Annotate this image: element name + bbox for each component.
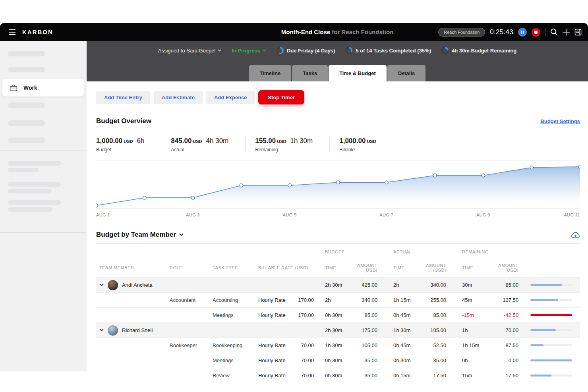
row-expand-chevron-down-icon[interactable] [99,284,104,286]
group-header-actual: ACTUAL [393,249,446,258]
status-label: In Progress [232,48,260,54]
briefcase-icon [10,84,17,91]
x-axis-tick-label: AUG 7 [379,212,393,217]
rate-value: 70.00 [301,373,314,378]
budget-progress-bar [518,375,580,377]
billable-rate-cell: Hourly Rate 170.00 [258,312,314,318]
col-billable-rate: BILLABLE RATE (USD) [258,265,314,270]
budget-time-cell: 0h 30m [314,373,355,378]
remaining-amount-cell: 87.50 [490,342,518,348]
task-type-cell: Review [213,373,258,378]
budget-amount-cell: 105.00 [355,342,377,348]
actual-time-cell: 0h 30m [377,357,421,363]
actual-amount-cell: 85.00 [421,312,446,318]
budget-overview-header: Budget Overview Budget Settings [96,117,580,130]
notes-icon[interactable] [574,29,582,36]
remaining-amount-cell: 70.00 [490,327,518,333]
progress-ring-icon [345,47,352,54]
remaining-amount-cell: -42.50 [490,312,518,318]
rate-type-label: Hourly Rate [258,312,286,318]
pause-icon [521,31,524,34]
stat-label: Budget [96,147,144,153]
stop-timer-button[interactable] [532,28,540,37]
action-button-add-expense[interactable]: Add Expense [206,91,255,104]
sidebar-divider [0,151,87,151]
stat-time: 4h 30m [206,137,229,145]
rate-value: 170.00 [298,312,314,318]
sidebar-item-work[interactable]: Work [2,79,84,97]
group-header-remaining: REMAINING [462,249,518,258]
time-actions-row: Add Time EntryAdd EstimateAdd Expense St… [96,90,580,104]
pause-timer-button[interactable] [518,28,527,37]
stat-amount: 155.00 [255,137,276,145]
budget-time-cell: 2h [314,297,355,303]
rate-value: 70.00 [301,357,314,363]
table-row[interactable]: Richard Snell 2h 30m 175.00 1h 30m 105.0… [96,322,580,338]
left-sidebar: Work [0,41,87,371]
remaining-time-cell: -15m [446,312,490,318]
add-new-icon[interactable] [563,29,570,36]
assignee-dropdown[interactable]: Assigned to Sara Goepel [158,48,222,54]
sidebar-skeleton [8,51,45,56]
budget-amount-cell: 85.00 [355,312,377,318]
status-dropdown[interactable]: In Progress [232,48,266,54]
stat-time: 6h [137,137,144,145]
stat-currency: USD [277,139,286,144]
table-row[interactable]: Andi Ancheta 2h 30m 425.00 2h 340.00 30m… [96,277,580,292]
actual-time-cell: 1h 15m [377,297,421,303]
status-bar: Assigned to Sara Goepel In Progress Due … [87,47,588,54]
group-header-budget: BUDGET [325,249,377,258]
role-cell: Bookkeeper [170,342,213,348]
action-button-add-estimate[interactable]: Add Estimate [154,91,203,104]
rate-type-label: Hourly Rate [258,373,286,378]
tab-details[interactable]: Details [387,65,426,81]
team-budget-title[interactable]: Budget by Team Member [96,231,176,239]
tab-timeline[interactable]: Timeline [249,65,292,81]
chart-x-axis-labels: AUG 1AUG 3AUG 5AUG 7AUG 9AUG 11 [96,212,580,220]
action-button-add-time-entry[interactable]: Add Time Entry [96,91,150,104]
timer-context-chip[interactable]: Reach Foundation [438,28,485,37]
billable-rate-cell: Hourly Rate 70.00 [258,373,314,378]
table-row: Review Hourly Rate 70.00 0h 30m 35.00 0h… [96,368,580,383]
tab-time-budget[interactable]: Time & Budget [329,65,387,81]
status-indicator-label: Due Friday (4 Days) [287,48,335,54]
x-axis-tick-label: AUG 11 [564,212,580,217]
row-expand-chevron-down-icon[interactable] [99,329,104,332]
budget-time-cell: 2h 30m [314,327,355,333]
search-icon[interactable] [550,28,558,36]
sidebar-skeleton [8,182,61,187]
work-item-title-name: Month-End Close [281,29,330,35]
stat-amount: 845.00 [171,137,191,145]
budget-burnup-chart: AUG 1AUG 3AUG 5AUG 7AUG 9AUG 11 [96,160,580,220]
stop-timer-action-button[interactable]: Stop Timer [258,90,304,104]
remaining-time-cell: 30m [446,282,490,288]
top-app-bar: KARBON Month-End Close for Reach Foundat… [0,23,588,41]
sidebar-divider [0,232,87,233]
actual-time-cell: 2h [377,282,421,288]
remaining-amount-cell: 0.00 [490,357,518,363]
rate-value: 70.00 [301,342,314,348]
sidebar-item-work-label: Work [23,85,37,91]
budget-progress-bar [518,284,580,286]
sidebar-skeleton [8,200,61,205]
task-type-cell: Meetings [213,357,258,363]
col-task-type: TASK TYPE [213,265,258,270]
budget-progress-bar [518,344,580,346]
budget-amount-cell: 425.00 [355,282,377,288]
actual-amount-cell: 105.00 [421,327,446,333]
stat-time: 1h 30m [290,137,313,145]
actual-amount-cell: 17.50 [421,373,446,378]
hamburger-menu-icon[interactable] [9,29,15,35]
chevron-down-icon[interactable] [179,234,184,236]
billable-rate-cell: Hourly Rate 70.00 [258,342,314,348]
team-member-name: Andi Ancheta [122,282,153,288]
sidebar-skeleton [8,67,45,72]
rate-type-label: Hourly Rate [258,342,286,348]
stat-currency: USD [367,139,376,144]
chevron-down-icon [263,49,266,52]
sidebar-skeleton [8,168,39,172]
col-team-member: TEAM MEMBER [96,265,170,270]
cloud-download-icon[interactable] [571,232,580,238]
budget-settings-link[interactable]: Budget Settings [540,118,580,124]
tab-tasks[interactable]: Tasks [292,65,328,81]
